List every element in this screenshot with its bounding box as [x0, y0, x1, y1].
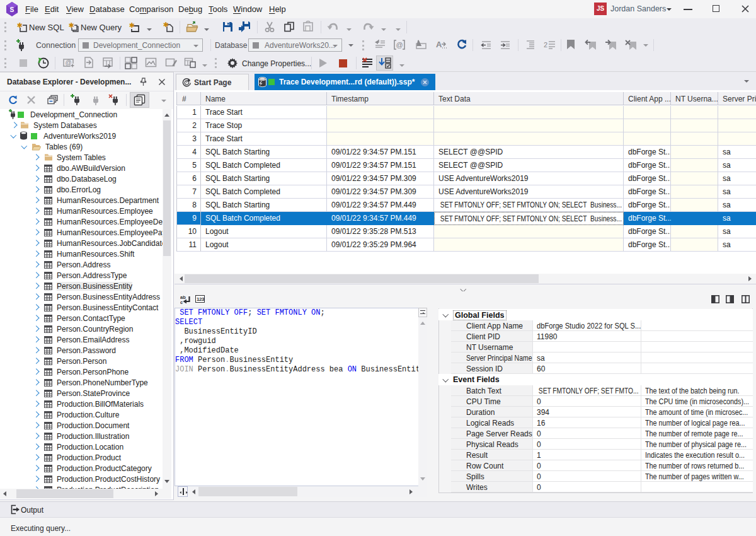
svg-text:@: @ [396, 41, 403, 49]
svg-text:✱: ✱ [163, 21, 168, 28]
svg-text:S: S [10, 5, 14, 13]
svg-text:2: 2 [544, 41, 547, 49]
svg-text:✱: ✱ [129, 21, 134, 29]
svg-text:c: c [180, 300, 183, 305]
svg-text:✱: ✱ [16, 21, 22, 29]
svg-text:✱: ✱ [68, 21, 74, 29]
svg-text:A: A [436, 40, 442, 49]
